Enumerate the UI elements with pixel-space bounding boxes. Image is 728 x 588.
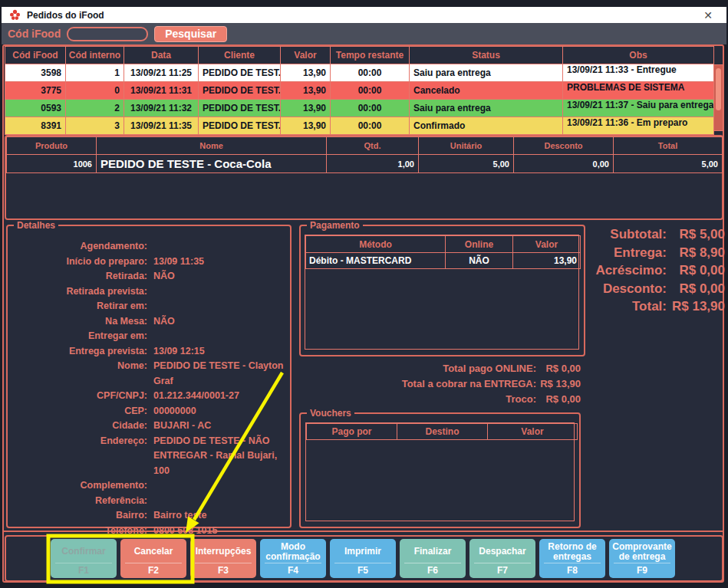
order-cell[interactable]: 2 <box>66 100 124 117</box>
payment-table-box: Método Online Valor Débito - MASTERCARD … <box>305 235 579 350</box>
order-cell[interactable]: 13,90 <box>281 82 331 100</box>
order-cell[interactable]: 00:00 <box>331 82 410 100</box>
product-cell[interactable]: 5,00 <box>614 155 723 173</box>
finalizar-button[interactable]: Finalizar F6 <box>400 539 466 578</box>
order-cell[interactable]: 3598 <box>5 64 66 82</box>
vouchers-panel: Vouchers Pago por Destino Valor <box>299 412 581 528</box>
modo-confirmacao-button[interactable]: Modo confirmação F4 <box>260 539 326 578</box>
order-cell[interactable]: PEDIDO DE TEST... <box>199 64 281 82</box>
order-row[interactable]: 3598 1 13/09/21 11:25 PEDIDO DE TEST... … <box>5 64 714 82</box>
order-cell[interactable]: 3 <box>66 117 124 135</box>
order-cell[interactable]: PEDIDO DE TEST... <box>199 82 281 100</box>
order-cell[interactable]: 13/09/21 11:32 <box>124 100 199 117</box>
online-totals: Total pago ONLINE:R$ 0,00 Total a cobrar… <box>307 360 581 406</box>
button-label: Confirmar <box>60 539 107 563</box>
order-cell[interactable]: 0593 <box>5 100 66 117</box>
order-cell[interactable]: PEDIDO DE TEST... <box>199 100 281 117</box>
order-cell[interactable]: 13/09/21 11:35 <box>124 117 199 135</box>
retorno-entregas-button[interactable]: Retorno de entregas F8 <box>539 539 605 578</box>
order-cell[interactable]: 13/09/21 11:37 - Saiu para entrega <box>563 100 714 117</box>
detail-label: Complemento: <box>12 478 147 494</box>
cod-ifood-input[interactable] <box>67 27 148 41</box>
products-header: Nome <box>97 137 327 155</box>
orders-header: Cód iFood <box>5 47 66 64</box>
orders-header: Obs <box>563 47 714 64</box>
detail-value <box>153 494 287 509</box>
detail-label: CPF/CNPJ: <box>12 389 147 404</box>
payment-cell[interactable]: NÃO <box>446 253 513 269</box>
product-row[interactable]: 1006 PEDIDO DE TESTE - Coca-Cola 1,00 5,… <box>7 155 723 173</box>
close-icon[interactable]: ✕ <box>697 9 719 21</box>
pesquisar-button[interactable]: Pesquisar <box>154 26 227 42</box>
order-cell[interactable]: 13/09/21 11:31 <box>124 82 199 100</box>
order-cell[interactable]: 13,90 <box>281 64 331 82</box>
cancelar-button[interactable]: Cancelar F2 <box>120 539 186 578</box>
products-header: Produto <box>7 137 97 155</box>
comprovante-entrega-button[interactable]: Comprovante de entrega F9 <box>609 539 675 578</box>
orders-header-row: Cód iFood Cód interno Data Cliente Valor… <box>5 47 714 64</box>
order-cell[interactable]: 00:00 <box>331 117 410 135</box>
scrollbar-thumb[interactable] <box>716 68 721 110</box>
button-hotkey: F7 <box>497 563 508 577</box>
payment-cell[interactable]: Débito - MASTERCARD <box>306 253 446 269</box>
order-cell[interactable]: 13,90 <box>281 100 331 117</box>
order-row[interactable]: 3775 0 13/09/21 11:31 PEDIDO DE TEST... … <box>5 82 714 100</box>
order-cell[interactable]: 3775 <box>5 82 66 100</box>
products-header: Qtd. <box>327 137 419 155</box>
total-label: Total: <box>632 299 667 314</box>
online-total-value: R$ 0,00 <box>536 393 581 405</box>
order-cell[interactable]: 00:00 <box>331 100 410 117</box>
payment-header-row: Método Online Valor <box>306 236 581 253</box>
product-cell[interactable]: 1006 <box>7 155 97 173</box>
products-header-row: Produto Nome Qtd. Unitário Desconto Tota… <box>7 137 723 155</box>
detail-value: NÃO <box>153 314 287 330</box>
button-label: Despachar <box>477 539 527 563</box>
product-cell[interactable]: 5,00 <box>419 155 514 173</box>
vouchers-header: Pago por <box>307 424 397 440</box>
detail-label: Retirada prevista: <box>12 284 147 300</box>
detail-label: Retirar em: <box>12 299 147 314</box>
detail-value: 00000000 <box>153 404 287 419</box>
detail-label: Entregar em: <box>12 329 147 344</box>
detail-value: PEDIDO DE TESTE - NÃO ENTREGAR - Ramal B… <box>153 434 287 479</box>
imprimir-button[interactable]: Imprimir F5 <box>330 539 396 578</box>
order-cell[interactable]: 13,90 <box>281 117 331 135</box>
order-cell[interactable]: 1 <box>66 64 124 82</box>
detail-label: Na Mesa: <box>12 314 147 330</box>
payment-header: Online <box>446 236 513 253</box>
order-cell[interactable]: 13/09/21 11:36 - Em preparo <box>563 117 714 135</box>
order-cell[interactable]: Saiu para entrega <box>410 64 563 82</box>
orders-scrollbar[interactable] <box>713 64 723 131</box>
product-cell[interactable]: PEDIDO DE TESTE - Coca-Cola <box>97 155 327 173</box>
order-row[interactable]: 8391 3 13/09/21 11:35 PEDIDO DE TEST... … <box>5 117 714 135</box>
order-cell[interactable]: 13/09/21 11:25 <box>124 64 199 82</box>
order-cell[interactable]: Confirmado <box>410 117 563 135</box>
total-value: R$ 0,00 <box>667 281 725 297</box>
orders-header: Status <box>410 47 563 64</box>
detail-value <box>153 478 287 494</box>
detail-value: PEDIDO DE TESTE - Clayton Graf <box>153 359 287 389</box>
product-cell[interactable]: 0,00 <box>514 155 614 173</box>
order-cell[interactable]: Cancelado <box>410 82 563 100</box>
order-cell[interactable]: PEDIDO DE TEST... <box>199 117 281 135</box>
button-label: Comprovante de entrega <box>609 539 675 563</box>
payment-cell[interactable]: 13,90 <box>513 253 581 269</box>
order-cell[interactable]: Saiu para entrega <box>410 100 563 117</box>
order-cell[interactable]: 00:00 <box>331 64 410 82</box>
product-cell[interactable]: 1,00 <box>327 155 419 173</box>
detail-label: Entrega prevista: <box>12 344 147 360</box>
orders-header: Tempo restante <box>331 47 410 64</box>
order-row[interactable]: 0593 2 13/09/21 11:32 PEDIDO DE TEST... … <box>5 100 714 117</box>
order-cell[interactable]: 8391 <box>5 117 66 135</box>
details-title: Detalhes <box>14 220 58 231</box>
titlebar: Pedidos do iFood ✕ <box>2 7 726 23</box>
payment-row[interactable]: Débito - MASTERCARD NÃO 13,90 <box>306 253 581 269</box>
interrupcoes-button[interactable]: Interrupções F3 <box>190 539 256 578</box>
despachar-button[interactable]: Despachar F7 <box>469 539 535 578</box>
button-label: Modo confirmação <box>260 539 326 563</box>
order-cell[interactable]: 0 <box>66 82 124 100</box>
detail-value: Bairro teste <box>153 508 287 524</box>
confirmar-button[interactable]: Confirmar F1 <box>51 539 117 578</box>
order-cell[interactable]: 13/09/21 11:33 - Entregue <box>563 64 714 82</box>
order-cell[interactable]: PROBLEMAS DE SISTEMA <box>563 82 714 100</box>
